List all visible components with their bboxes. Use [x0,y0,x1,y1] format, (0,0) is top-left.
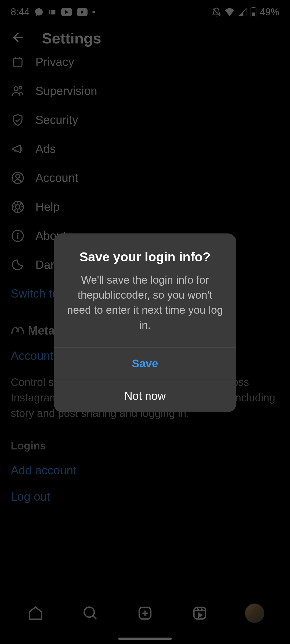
modal-body: Save your login info? We'll save the log… [54,233,236,347]
save-button[interactable]: Save [54,347,236,380]
save-login-modal: Save your login info? We'll save the log… [54,233,236,412]
modal-text: We'll save the login info for thepublicc… [66,272,224,332]
not-now-button[interactable]: Not now [54,380,236,412]
modal-title: Save your login info? [66,250,224,264]
